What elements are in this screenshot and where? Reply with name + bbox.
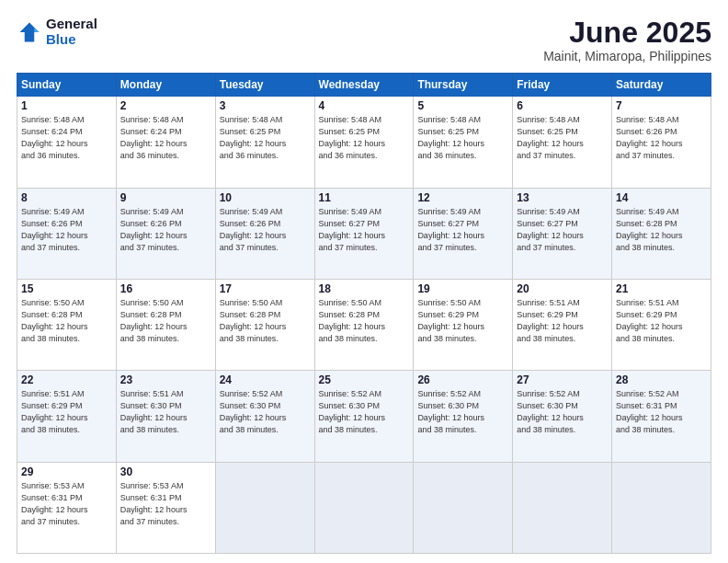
- table-row: 27 Sunrise: 5:52 AMSunset: 6:30 PMDaylig…: [513, 371, 612, 462]
- day-info: Sunrise: 5:48 AMSunset: 6:24 PMDaylight:…: [120, 115, 188, 160]
- table-row: [513, 462, 612, 553]
- day-info: Sunrise: 5:52 AMSunset: 6:31 PMDaylight:…: [616, 389, 683, 434]
- table-row: 24 Sunrise: 5:52 AMSunset: 6:30 PMDaylig…: [215, 371, 314, 462]
- day-number: 25: [319, 373, 410, 386]
- day-info: Sunrise: 5:50 AMSunset: 6:28 PMDaylight:…: [120, 298, 188, 343]
- day-number: 15: [21, 282, 112, 295]
- table-row: 3 Sunrise: 5:48 AMSunset: 6:25 PMDayligh…: [215, 97, 314, 188]
- day-number: 30: [120, 465, 211, 478]
- title-location: Mainit, Mimaropa, Philippines: [543, 49, 711, 63]
- table-row: 16 Sunrise: 5:50 AMSunset: 6:28 PMDaylig…: [116, 279, 215, 370]
- table-row: 7 Sunrise: 5:48 AMSunset: 6:26 PMDayligh…: [612, 97, 711, 188]
- col-thursday: Thursday: [414, 74, 513, 97]
- day-info: Sunrise: 5:48 AMSunset: 6:25 PMDaylight:…: [517, 115, 584, 160]
- table-row: 29 Sunrise: 5:53 AMSunset: 6:31 PMDaylig…: [17, 462, 117, 553]
- calendar-table: Sunday Monday Tuesday Wednesday Thursday…: [17, 73, 711, 554]
- day-info: Sunrise: 5:50 AMSunset: 6:28 PMDaylight:…: [21, 298, 88, 343]
- calendar-week-row: 1 Sunrise: 5:48 AMSunset: 6:24 PMDayligh…: [17, 97, 711, 188]
- table-row: 6 Sunrise: 5:48 AMSunset: 6:25 PMDayligh…: [513, 97, 612, 188]
- day-info: Sunrise: 5:53 AMSunset: 6:31 PMDaylight:…: [21, 481, 88, 526]
- day-number: 4: [319, 99, 410, 112]
- day-info: Sunrise: 5:52 AMSunset: 6:30 PMDaylight:…: [319, 389, 386, 434]
- table-row: 21 Sunrise: 5:51 AMSunset: 6:29 PMDaylig…: [612, 279, 711, 370]
- day-number: 10: [220, 191, 311, 204]
- table-row: 28 Sunrise: 5:52 AMSunset: 6:31 PMDaylig…: [612, 371, 711, 462]
- table-row: 18 Sunrise: 5:50 AMSunset: 6:28 PMDaylig…: [314, 279, 414, 370]
- day-number: 20: [517, 282, 608, 295]
- day-info: Sunrise: 5:48 AMSunset: 6:25 PMDaylight:…: [417, 115, 484, 160]
- day-info: Sunrise: 5:48 AMSunset: 6:25 PMDaylight:…: [220, 115, 287, 160]
- day-number: 12: [417, 191, 508, 204]
- day-number: 28: [616, 373, 707, 386]
- day-info: Sunrise: 5:49 AMSunset: 6:27 PMDaylight:…: [417, 207, 484, 252]
- day-info: Sunrise: 5:51 AMSunset: 6:29 PMDaylight:…: [616, 298, 683, 343]
- day-number: 29: [21, 465, 112, 478]
- table-row: 25 Sunrise: 5:52 AMSunset: 6:30 PMDaylig…: [314, 371, 414, 462]
- day-info: Sunrise: 5:49 AMSunset: 6:26 PMDaylight:…: [220, 207, 287, 252]
- calendar-week-row: 22 Sunrise: 5:51 AMSunset: 6:29 PMDaylig…: [17, 371, 711, 462]
- day-number: 3: [220, 99, 311, 112]
- header: General Blue June 2025 Mainit, Mimaropa,…: [17, 17, 711, 63]
- day-info: Sunrise: 5:48 AMSunset: 6:25 PMDaylight:…: [319, 115, 386, 160]
- day-info: Sunrise: 5:52 AMSunset: 6:30 PMDaylight:…: [220, 389, 287, 434]
- logo-general: General: [46, 17, 97, 32]
- table-row: 19 Sunrise: 5:50 AMSunset: 6:29 PMDaylig…: [414, 279, 513, 370]
- title-block: June 2025 Mainit, Mimaropa, Philippines: [543, 17, 711, 63]
- calendar-week-row: 8 Sunrise: 5:49 AMSunset: 6:26 PMDayligh…: [17, 188, 711, 279]
- day-number: 6: [517, 99, 608, 112]
- day-info: Sunrise: 5:49 AMSunset: 6:28 PMDaylight:…: [616, 207, 683, 252]
- svg-marker-1: [34, 27, 39, 31]
- table-row: 23 Sunrise: 5:51 AMSunset: 6:30 PMDaylig…: [116, 371, 215, 462]
- logo: General Blue: [17, 17, 97, 47]
- day-number: 1: [21, 99, 112, 112]
- day-number: 16: [120, 282, 211, 295]
- calendar-week-row: 29 Sunrise: 5:53 AMSunset: 6:31 PMDaylig…: [17, 462, 711, 553]
- table-row: [215, 462, 314, 553]
- day-number: 7: [616, 99, 707, 112]
- table-row: 14 Sunrise: 5:49 AMSunset: 6:28 PMDaylig…: [612, 188, 711, 279]
- day-info: Sunrise: 5:51 AMSunset: 6:30 PMDaylight:…: [120, 389, 188, 434]
- table-row: 20 Sunrise: 5:51 AMSunset: 6:29 PMDaylig…: [513, 279, 612, 370]
- day-number: 21: [616, 282, 707, 295]
- table-row: 1 Sunrise: 5:48 AMSunset: 6:24 PMDayligh…: [17, 97, 117, 188]
- day-info: Sunrise: 5:50 AMSunset: 6:28 PMDaylight:…: [319, 298, 386, 343]
- calendar-header-row: Sunday Monday Tuesday Wednesday Thursday…: [17, 74, 711, 97]
- table-row: 13 Sunrise: 5:49 AMSunset: 6:27 PMDaylig…: [513, 188, 612, 279]
- title-month: June 2025: [543, 17, 711, 49]
- day-info: Sunrise: 5:49 AMSunset: 6:27 PMDaylight:…: [517, 207, 584, 252]
- table-row: 9 Sunrise: 5:49 AMSunset: 6:26 PMDayligh…: [116, 188, 215, 279]
- col-friday: Friday: [513, 74, 612, 97]
- day-info: Sunrise: 5:52 AMSunset: 6:30 PMDaylight:…: [517, 389, 584, 434]
- day-info: Sunrise: 5:49 AMSunset: 6:26 PMDaylight:…: [21, 207, 88, 252]
- day-number: 17: [220, 282, 311, 295]
- day-info: Sunrise: 5:53 AMSunset: 6:31 PMDaylight:…: [120, 481, 188, 526]
- day-number: 14: [616, 191, 707, 204]
- table-row: 12 Sunrise: 5:49 AMSunset: 6:27 PMDaylig…: [414, 188, 513, 279]
- day-info: Sunrise: 5:48 AMSunset: 6:24 PMDaylight:…: [21, 115, 88, 160]
- day-info: Sunrise: 5:48 AMSunset: 6:26 PMDaylight:…: [616, 115, 683, 160]
- table-row: 8 Sunrise: 5:49 AMSunset: 6:26 PMDayligh…: [17, 188, 117, 279]
- day-number: 8: [21, 191, 112, 204]
- day-info: Sunrise: 5:52 AMSunset: 6:30 PMDaylight:…: [417, 389, 484, 434]
- day-number: 11: [319, 191, 410, 204]
- day-number: 5: [417, 99, 508, 112]
- day-number: 2: [120, 99, 211, 112]
- col-sunday: Sunday: [17, 74, 117, 97]
- col-saturday: Saturday: [612, 74, 711, 97]
- col-monday: Monday: [116, 74, 215, 97]
- table-row: 2 Sunrise: 5:48 AMSunset: 6:24 PMDayligh…: [116, 97, 215, 188]
- day-number: 26: [417, 373, 508, 386]
- day-number: 9: [120, 191, 211, 204]
- col-tuesday: Tuesday: [215, 74, 314, 97]
- day-number: 13: [517, 191, 608, 204]
- day-number: 19: [417, 282, 508, 295]
- table-row: [612, 462, 711, 553]
- day-number: 24: [220, 373, 311, 386]
- logo-icon: [17, 19, 42, 45]
- day-number: 27: [517, 373, 608, 386]
- calendar-week-row: 15 Sunrise: 5:50 AMSunset: 6:28 PMDaylig…: [17, 279, 711, 370]
- col-wednesday: Wednesday: [314, 74, 414, 97]
- day-info: Sunrise: 5:51 AMSunset: 6:29 PMDaylight:…: [21, 389, 88, 434]
- day-info: Sunrise: 5:51 AMSunset: 6:29 PMDaylight:…: [517, 298, 584, 343]
- day-number: 18: [319, 282, 410, 295]
